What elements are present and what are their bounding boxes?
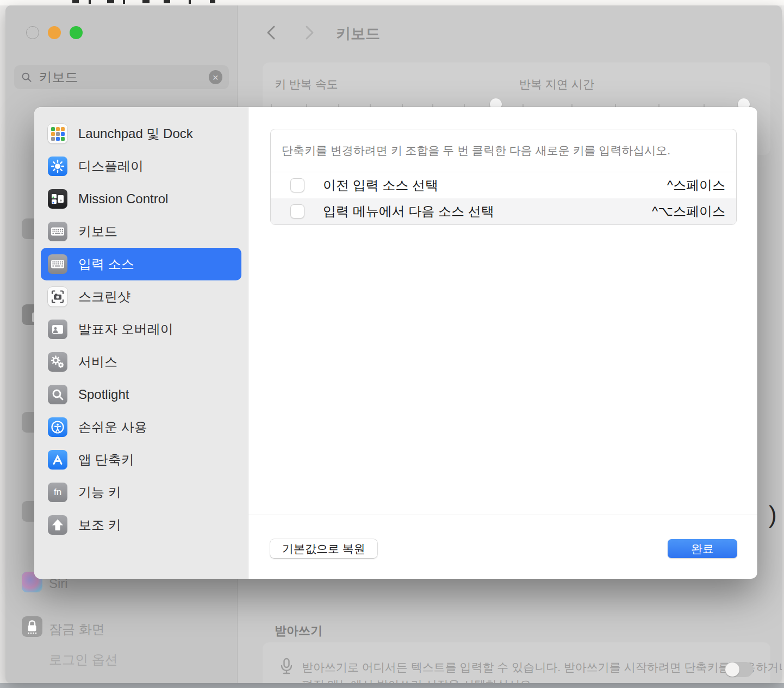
sidebar-item-label: Mission Control [78, 191, 168, 207]
dictation-card: 받아쓰기로 어디서든 텍스트를 입력할 수 있습니다. 받아쓰기를 시작하려면 … [263, 642, 770, 683]
sidebar-item-app-shortcuts[interactable]: 앱 단축키 [41, 443, 241, 476]
search-input[interactable] [38, 69, 209, 85]
desktop-edge-bottom [0, 683, 784, 688]
dictation-description-line2: 편집 메뉴에서 받아쓰기 시작을 선택하십시오. [302, 677, 534, 683]
clipped-text-fragment [142, 0, 150, 3]
sidebar-item-label: Launchpad 및 Dock [78, 125, 193, 142]
lock-screen-icon [22, 616, 42, 637]
sidebar-item-accessibility[interactable]: 손쉬운 사용 [41, 411, 241, 443]
sidebar-item-label: 스크린샷 [78, 288, 130, 305]
window-minimize-button[interactable] [48, 26, 61, 39]
keyboard-shortcuts-dialog: Launchpad 및 Dock디스플레이Mission Control키보드입… [34, 107, 757, 579]
sidebar-item-label: 키보드 [78, 223, 117, 240]
input-sources-icon [48, 254, 67, 274]
search-field[interactable]: × [14, 65, 229, 89]
shortcut-row[interactable]: 입력 메뉴에서 다음 소스 선택^⌥스페이스 [271, 198, 736, 224]
launchpad-icon [48, 124, 67, 143]
display-icon [48, 157, 67, 176]
window-close-button[interactable] [26, 26, 39, 39]
sidebar-item-label: 디스플레이 [78, 158, 144, 175]
forward-button[interactable] [303, 25, 315, 40]
shortcuts-table: 단축키를 변경하려면 키 조합을 두 번 클릭한 다음 새로운 키를 입력하십시… [270, 129, 737, 225]
clipped-text-fragment [210, 0, 215, 3]
dictation-title: 받아쓰기 [275, 623, 322, 639]
sidebar-item-label: 입력 소스 [78, 255, 134, 273]
sidebar-item-mission-control[interactable]: Mission Control [41, 183, 241, 215]
sidebar-item-label: 보조 키 [78, 516, 121, 534]
sidebar-item-label: 기능 키 [78, 484, 121, 501]
sidebar-item-label: 앱 단축키 [78, 451, 134, 468]
shortcuts-content: 단축키를 변경하려면 키 조합을 두 번 클릭한 다음 새로운 키를 입력하십시… [248, 107, 757, 579]
clipped-text-fragment [189, 0, 191, 4]
shortcut-keys[interactable]: ^스페이스 [667, 177, 725, 194]
keyboard-icon [48, 222, 67, 241]
search-clear-icon[interactable]: × [209, 70, 222, 84]
clipped-text-fragment [89, 0, 91, 4]
restore-defaults-button[interactable]: 기본값으로 복원 [270, 539, 377, 558]
accessibility-icon [48, 417, 67, 437]
clipped-text-fragment [107, 0, 114, 3]
sidebar-item-input-sources[interactable]: 입력 소스 [41, 248, 241, 280]
dialog-footer: 기본값으로 복원 완료 [248, 515, 757, 579]
shortcut-row[interactable]: 이전 입력 소스 선택^스페이스 [271, 172, 736, 198]
desktop-edge-top [0, 0, 784, 5]
sidebar-item-services[interactable]: 서비스 [41, 346, 241, 378]
mission-control-icon [48, 189, 67, 209]
search-icon [21, 71, 33, 83]
sidebar-item-label: 서비스 [78, 353, 117, 371]
app-shortcuts-icon [48, 450, 67, 470]
shortcut-label: 입력 메뉴에서 다음 소스 선택 [323, 203, 494, 220]
sidebar-item-lock-screen[interactable]: 잠금 화면 [49, 621, 105, 638]
dictation-description-line1: 받아쓰기로 어디서든 텍스트를 입력할 수 있습니다. 받아쓰기를 시작하려면 … [302, 660, 782, 675]
window-zoom-button[interactable] [70, 26, 83, 39]
sidebar-item-presenter-overlay[interactable]: 발표자 오버레이 [41, 313, 241, 346]
desktop-edge-right [782, 5, 784, 683]
sidebar-item-keyboard[interactable]: 키보드 [41, 215, 241, 248]
sidebar-item-login-options[interactable]: 로그인 옵션 [49, 651, 118, 668]
screenshot-icon [48, 287, 67, 307]
shortcut-checkbox[interactable] [290, 204, 304, 218]
instruction-text: 단축키를 변경하려면 키 조합을 두 번 클릭한 다음 새로운 키를 입력하십시… [271, 129, 736, 172]
shortcut-checkbox[interactable] [290, 178, 304, 192]
sidebar-item-screenshot[interactable]: 스크린샷 [41, 280, 241, 313]
presenter-overlay-icon [48, 320, 67, 339]
done-button[interactable]: 완료 [668, 539, 737, 558]
shortcut-keys[interactable]: ^⌥스페이스 [652, 203, 725, 220]
clipped-text-fragment [164, 0, 170, 3]
clipped-glyph: ) [769, 501, 777, 528]
sidebar-item-label: 발표자 오버레이 [78, 321, 173, 338]
sidebar-item-label: Spotlight [78, 387, 129, 402]
sidebar-item-fn[interactable]: fn기능 키 [41, 476, 241, 509]
back-button[interactable] [265, 25, 277, 40]
page-title: 키보드 [336, 24, 380, 43]
sidebar-item-display[interactable]: 디스플레이 [41, 150, 241, 183]
sidebar-item-spotlight[interactable]: Spotlight [41, 378, 241, 411]
shortcut-label: 이전 입력 소스 선택 [323, 177, 438, 194]
key-repeat-label: 키 반복 속도 [275, 77, 338, 92]
modifier-keys-icon [48, 515, 67, 535]
sidebar-item-label: 손쉬운 사용 [78, 418, 147, 436]
services-icon [48, 352, 67, 372]
repeat-delay-label: 반복 지연 시간 [519, 77, 594, 92]
microphone-icon [276, 655, 297, 677]
dictation-toggle[interactable] [725, 662, 753, 677]
spotlight-icon [48, 385, 67, 404]
shortcuts-sidebar: Launchpad 및 Dock디스플레이Mission Control키보드입… [34, 107, 248, 579]
sidebar-item-launchpad[interactable]: Launchpad 및 Dock [41, 117, 241, 150]
clipped-text-fragment [72, 0, 79, 3]
sidebar-item-modifier-keys[interactable]: 보조 키 [41, 509, 241, 541]
clipped-text-fragment [123, 0, 125, 4]
fn-icon: fn [48, 483, 67, 502]
